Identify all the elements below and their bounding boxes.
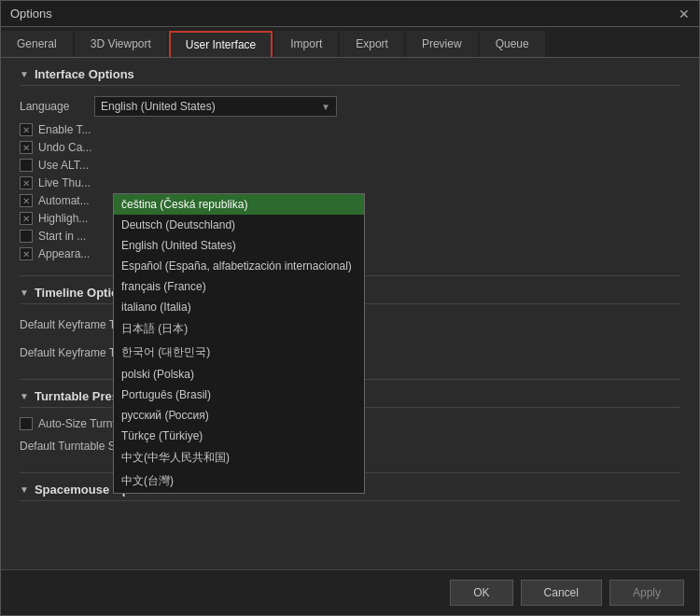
checkbox-start-in-label: Start in ... [38, 230, 86, 243]
checkbox-enable-t-box[interactable]: ✕ [20, 123, 33, 136]
language-value: English (United States) [101, 100, 216, 113]
checkbox-automat-box[interactable]: ✕ [20, 194, 33, 207]
lang-option-ja[interactable]: 日本語 (日本) [114, 317, 364, 341]
checkbox-appeara-box[interactable]: ✕ [20, 247, 33, 260]
tab-bar: General 3D Viewport User Interface Impor… [1, 27, 699, 58]
checkbox-undo-ca-box[interactable]: ✕ [20, 141, 33, 154]
lang-option-fr[interactable]: français (France) [114, 276, 364, 297]
lang-option-zh-tw[interactable]: 中文(台灣) [114, 469, 364, 493]
interface-options-title: Interface Options [35, 67, 134, 81]
options-dialog: Options ✕ General 3D Viewport User Inter… [0, 0, 700, 616]
footer: OK Cancel Apply [1, 569, 699, 615]
checkbox-live-thu: ✕ Live Thu... [20, 176, 680, 189]
checkbox-use-alt-label: Use ALT... [38, 159, 89, 172]
tab-preview[interactable]: Preview [406, 31, 478, 57]
cancel-button[interactable]: Cancel [521, 580, 602, 606]
language-label: Language [20, 100, 94, 113]
content-area: ▼ Interface Options Language English (Un… [1, 58, 699, 569]
collapse-triangle-turntable[interactable]: ▼ [20, 391, 29, 401]
close-button[interactable]: ✕ [679, 7, 690, 21]
checkbox-enable-t-label: Enable T... [38, 123, 91, 136]
title-bar: Options ✕ [1, 1, 699, 27]
checkbox-enable-t: ✕ Enable T... [20, 123, 680, 136]
lang-option-es[interactable]: Español (España, alfabetización internac… [114, 256, 364, 276]
language-dropdown-arrow: ▼ [321, 102, 330, 112]
interface-options-header: ▼ Interface Options [20, 67, 680, 86]
tab-queue[interactable]: Queue [480, 31, 545, 57]
lang-option-en[interactable]: English (United States) [114, 235, 364, 256]
apply-button[interactable]: Apply [609, 580, 684, 606]
tab-3d-viewport[interactable]: 3D Viewport [75, 31, 167, 57]
lang-option-pt[interactable]: Português (Brasil) [114, 385, 364, 405]
language-dropdown[interactable]: English (United States) ▼ [94, 96, 337, 117]
checkbox-undo-ca-label: Undo Ca... [38, 141, 91, 154]
ok-button[interactable]: OK [450, 580, 512, 606]
checkbox-use-alt: Use ALT... [20, 159, 680, 172]
lang-option-tr[interactable]: Türkçe (Türkiye) [114, 426, 364, 446]
checkbox-use-alt-box[interactable] [20, 159, 33, 172]
tab-export[interactable]: Export [340, 31, 404, 57]
lang-option-it[interactable]: italiano (Italia) [114, 297, 364, 317]
lang-option-zh-cn[interactable]: 中文(中华人民共和国) [114, 446, 364, 469]
checkbox-live-thu-label: Live Thu... [38, 176, 91, 189]
language-dropdown-overlay: čeština (Česká republika) Deutsch (Deuts… [113, 193, 365, 494]
tab-general[interactable]: General [1, 31, 73, 57]
checkbox-start-in-box[interactable] [20, 230, 33, 243]
collapse-triangle-spacemouse[interactable]: ▼ [20, 484, 29, 495]
lang-option-ru[interactable]: русский (Россия) [114, 405, 364, 426]
collapse-triangle-interface[interactable]: ▼ [20, 69, 29, 79]
lang-option-ko[interactable]: 한국어 (대한민국) [114, 341, 364, 364]
tab-user-interface[interactable]: User Interface [169, 31, 273, 57]
lang-option-de[interactable]: Deutsch (Deutschland) [114, 215, 364, 235]
collapse-triangle-timeline[interactable]: ▼ [20, 287, 29, 298]
tab-import[interactable]: Import [274, 31, 338, 57]
checkbox-undo-ca: ✕ Undo Ca... [20, 141, 680, 154]
checkbox-highligh-box[interactable]: ✕ [20, 212, 33, 225]
auto-size-checkbox[interactable] [20, 417, 33, 430]
checkbox-appeara-label: Appeara... [38, 247, 90, 260]
language-row: Language English (United States) ▼ [20, 95, 680, 118]
lang-option-cs[interactable]: čeština (Česká republika) [114, 194, 364, 215]
dialog-title: Options [10, 7, 52, 21]
checkbox-live-thu-box[interactable]: ✕ [20, 176, 33, 189]
checkbox-automat-label: Automat... [38, 194, 90, 207]
checkbox-highligh-label: Highligh... [38, 212, 88, 225]
lang-option-pl[interactable]: polski (Polska) [114, 364, 364, 385]
